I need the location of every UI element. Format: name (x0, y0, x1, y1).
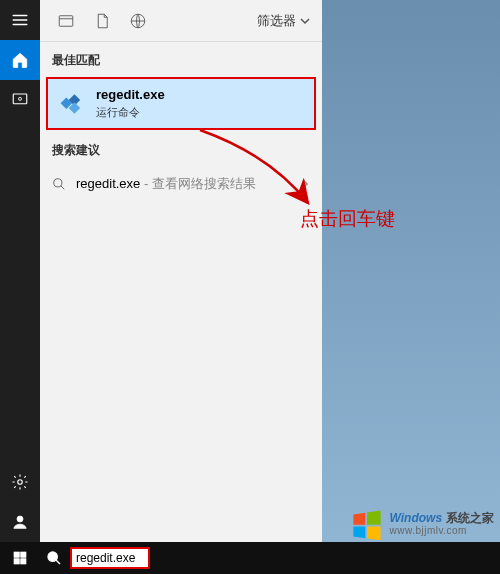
screen-icon[interactable] (0, 80, 40, 120)
best-match-label: 最佳匹配 (40, 42, 322, 75)
svg-rect-14 (14, 559, 19, 564)
user-icon[interactable] (0, 502, 40, 542)
suggest-separator: - (140, 176, 152, 191)
svg-point-1 (19, 97, 22, 100)
best-match-result[interactable]: regedit.exe 运行命令 (46, 77, 316, 130)
svg-rect-4 (59, 15, 73, 26)
suggest-label: 搜索建议 (40, 132, 322, 165)
svg-line-17 (56, 560, 60, 564)
suggest-query: regedit.exe (76, 176, 140, 191)
sidebar (0, 0, 40, 574)
menu-icon[interactable] (0, 0, 40, 40)
result-title: regedit.exe (96, 87, 165, 102)
svg-rect-12 (14, 552, 19, 557)
taskbar (0, 542, 500, 574)
svg-point-10 (54, 179, 62, 187)
svg-line-11 (61, 186, 65, 190)
panel-header: 筛选器 (40, 0, 322, 42)
start-button[interactable] (0, 542, 40, 574)
home-icon[interactable] (0, 40, 40, 80)
settings-icon[interactable] (0, 462, 40, 502)
search-panel: 筛选器 最佳匹配 regedit.exe 运行命令 搜索建议 (40, 0, 322, 574)
svg-rect-13 (21, 552, 26, 557)
taskbar-search-icon[interactable] (40, 542, 68, 574)
desktop-background (322, 0, 500, 574)
tab-web-icon[interactable] (120, 3, 156, 39)
suggest-hint: 查看网络搜索结果 (152, 176, 256, 191)
tab-documents-icon[interactable] (84, 3, 120, 39)
chevron-down-icon (300, 16, 310, 26)
svg-point-16 (48, 552, 57, 561)
search-icon (52, 177, 66, 191)
result-subtitle: 运行命令 (96, 105, 165, 120)
filter-label: 筛选器 (257, 12, 296, 30)
regedit-icon (58, 90, 86, 118)
svg-point-2 (18, 480, 23, 485)
svg-rect-15 (21, 559, 26, 564)
search-suggestion[interactable]: regedit.exe - 查看网络搜索结果 (40, 165, 322, 203)
filter-dropdown[interactable]: 筛选器 (257, 12, 314, 30)
svg-rect-0 (13, 94, 27, 104)
chevron-right-icon (300, 177, 310, 192)
svg-point-3 (17, 516, 23, 522)
tab-apps-icon[interactable] (48, 3, 84, 39)
search-input[interactable] (70, 547, 150, 569)
